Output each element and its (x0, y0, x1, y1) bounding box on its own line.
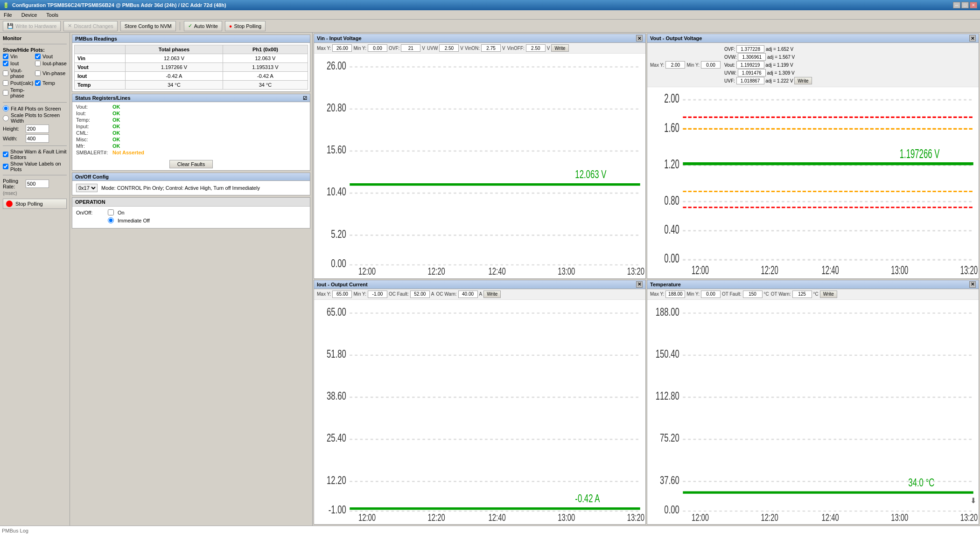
panel-expand-icon[interactable]: ☑ (303, 96, 307, 101)
fit-all-radio[interactable] (3, 105, 9, 111)
temp-miny-input[interactable] (701, 291, 721, 298)
iout-miny-input[interactable] (368, 291, 387, 298)
vinphase-checkbox[interactable] (35, 70, 41, 76)
poutcalc-checkbox[interactable] (3, 80, 8, 86)
iout-checkbox[interactable] (3, 61, 8, 66)
height-input[interactable] (26, 125, 49, 133)
svg-rect-42 (315, 301, 644, 524)
voutphase-checkbox[interactable] (3, 70, 8, 76)
svg-text:13:00: 13:00 (558, 512, 575, 523)
onoff-mode-text: Mode: CONTROL Pin Only; Control: Active … (101, 185, 260, 191)
iout-write-button[interactable]: Write (483, 291, 501, 298)
temp-maxy-input[interactable] (665, 291, 685, 298)
log-scroll-icon[interactable]: ⬇ (970, 496, 976, 505)
menu-tools[interactable]: Tools (44, 12, 60, 18)
menu-device[interactable]: Device (20, 12, 39, 18)
vout-miny-input[interactable] (701, 61, 721, 69)
width-input[interactable] (26, 134, 49, 143)
status-registers-panel: Status Registers/Lines ☑ Vout: OK Iout: … (72, 94, 310, 171)
width-label: Width: (3, 136, 24, 141)
vin-checkbox[interactable] (3, 54, 8, 59)
op-immediate-row: Immediate Off (76, 217, 306, 223)
vin-maxy-input[interactable] (332, 44, 352, 52)
polling-rate-label: Polling Rate: (3, 178, 24, 189)
stop-polling-toolbar-button[interactable]: ● Stop Polling (225, 21, 266, 31)
vout-checkbox[interactable] (35, 54, 41, 59)
status-grid: Vout: OK Iout: OK Temp: OK Input: OK CML… (72, 102, 310, 158)
temp-otfault-input[interactable] (743, 291, 763, 298)
vout-ovf-input[interactable] (736, 45, 764, 53)
write-hw-button[interactable]: 💾 Write to Hardware (3, 21, 61, 31)
iout-ocfault-input[interactable] (410, 291, 430, 298)
store-nvm-button[interactable]: Store Config to NVM (120, 21, 176, 31)
iout-maxy-input[interactable] (332, 291, 352, 298)
ioutphase-checkbox[interactable] (35, 61, 41, 66)
minimize-button[interactable]: ─ (953, 2, 960, 8)
svg-text:0.00: 0.00 (664, 503, 679, 516)
show-labels-checkbox[interactable] (3, 164, 8, 169)
discard-icon: ✕ (68, 23, 72, 29)
status-row-smbalert: SMBALERT#: Not Asserted (76, 150, 306, 155)
show-labels-row: Show Value Labels on Plots (3, 161, 67, 172)
vout-uvf-input[interactable] (736, 77, 764, 84)
op-onoff-row: On/Off: On (76, 209, 306, 215)
temp-checkbox-row: Temp (35, 80, 67, 86)
show-warn-checkbox[interactable] (3, 152, 8, 157)
scale-plots-radio[interactable] (3, 115, 9, 121)
clear-faults-button[interactable]: Clear Faults (169, 160, 213, 168)
svg-text:12:00: 12:00 (692, 512, 709, 523)
vout-uvw-input[interactable] (738, 69, 766, 76)
vout-val-input[interactable] (736, 61, 764, 69)
on-checkbox[interactable] (108, 209, 114, 215)
status-row-input: Input: OK (76, 124, 306, 129)
temp-close-button[interactable]: ✕ (969, 281, 976, 288)
svg-text:0.00: 0.00 (664, 251, 679, 266)
svg-text:188.00: 188.00 (656, 305, 679, 318)
stop-polling-sidebar-button[interactable]: Stop Polling (3, 199, 67, 209)
svg-text:13:00: 13:00 (891, 512, 908, 523)
vin-close-button[interactable]: ✕ (636, 35, 643, 42)
onoff-config-panel: On/Off Config 0x17 Mode: CONTROL Pin Onl… (72, 173, 310, 195)
iout-chart-title: Iout - Output Current ✕ (314, 280, 645, 289)
col-total: Total phases (126, 45, 223, 54)
immediate-off-radio[interactable] (108, 217, 114, 223)
tempphase-checkbox[interactable] (3, 90, 8, 96)
temp-write-button[interactable]: Write (820, 291, 837, 298)
svg-text:12:00: 12:00 (358, 512, 376, 523)
poutcalc-checkbox-row: Pout(calc) (3, 80, 35, 86)
vout-close-button[interactable]: ✕ (969, 35, 976, 42)
vin-miny-input[interactable] (368, 44, 387, 52)
svg-text:2.00: 2.00 (664, 91, 679, 106)
temp-checkbox[interactable] (35, 80, 41, 86)
vin-write-button[interactable]: Write (551, 44, 568, 52)
maximize-button[interactable]: □ (961, 2, 969, 8)
svg-text:12:00: 12:00 (692, 263, 709, 277)
temp-otwarn-input[interactable] (792, 291, 812, 298)
polling-rate-input[interactable] (26, 180, 49, 188)
svg-text:12:20: 12:20 (428, 266, 445, 277)
iout-ocwarn-input[interactable] (458, 291, 478, 298)
discard-changes-button[interactable]: ✕ Discard Changes (63, 21, 117, 31)
iout-close-button[interactable]: ✕ (636, 281, 643, 288)
temp-chart-title: Temperature ✕ (647, 280, 979, 289)
vin-ovf-input[interactable] (401, 44, 420, 52)
toolbar: 💾 Write to Hardware ✕ Discard Changes St… (0, 20, 980, 33)
vout-write-button[interactable]: Write (794, 77, 812, 84)
vin-uvw-input[interactable] (439, 44, 459, 52)
checkmark-icon: ✓ (188, 23, 192, 29)
vin-vinon-input[interactable] (481, 44, 501, 52)
auto-write-button[interactable]: ✓ Auto Write (184, 21, 222, 31)
vout-ovw-input[interactable] (738, 53, 766, 61)
menu-file[interactable]: File (2, 12, 14, 18)
height-field-row: Height: (3, 125, 67, 133)
vin-vinoff-input[interactable] (526, 44, 546, 52)
svg-text:12:40: 12:40 (822, 263, 839, 277)
close-button[interactable]: ✕ (970, 2, 977, 8)
vout-chart-panel: Vout - Output Voltage ✕ Max Y: Min Y: OV… (647, 34, 979, 279)
app-logo: 🔋 (3, 2, 9, 8)
svg-rect-61 (648, 301, 978, 524)
svg-text:12:20: 12:20 (761, 512, 778, 523)
vout-maxy-input[interactable] (665, 61, 685, 69)
charts-panel: Vin - Input Voltage ✕ Max Y: Min Y: OVF:… (313, 33, 980, 526)
onoff-select[interactable]: 0x17 (76, 184, 98, 192)
